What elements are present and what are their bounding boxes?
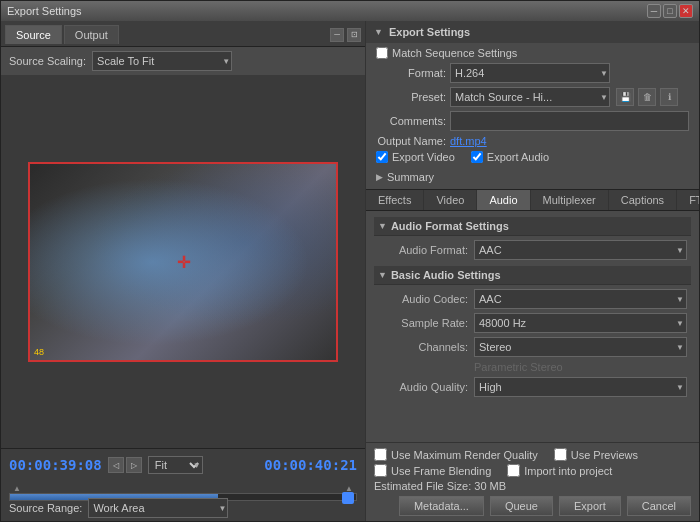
channels-select-wrapper: Stereo Mono ▼ xyxy=(474,337,687,357)
match-sequence-checkbox[interactable] xyxy=(376,47,388,59)
estimated-row: Estimated File Size: 30 MB xyxy=(374,480,691,492)
frame-blending-checkbox[interactable] xyxy=(374,464,387,477)
estimated-file-size-value: 30 MB xyxy=(474,480,506,492)
source-range-select-wrapper: Work Area Entire Sequence In to Out ▼ xyxy=(88,498,228,518)
mark-out-button[interactable]: ▷ xyxy=(126,457,142,473)
queue-button[interactable]: Queue xyxy=(490,496,553,516)
comments-row: Comments: xyxy=(376,111,689,131)
max-render-label: Use Maximum Render Quality xyxy=(391,449,538,461)
import-project-checkbox[interactable] xyxy=(507,464,520,477)
tab-output[interactable]: Output xyxy=(64,25,119,44)
channels-select[interactable]: Stereo Mono xyxy=(474,337,687,357)
bottom-options: Use Maximum Render Quality Use Previews … xyxy=(366,442,699,521)
tab-captions[interactable]: Captions xyxy=(609,190,677,210)
preset-info-icon[interactable]: ℹ xyxy=(660,88,678,106)
summary-expand-icon[interactable]: ▶ xyxy=(376,172,383,182)
preset-save-icon[interactable]: 💾 xyxy=(616,88,634,106)
content-area: Source Output ─ ⊡ Source Scaling: Scale … xyxy=(1,21,699,521)
export-settings-header: ▼ Export Settings xyxy=(366,21,699,43)
preset-row: Preset: Match Source - Hi... ▼ 💾 🗑 ℹ xyxy=(376,87,689,107)
fit-select[interactable]: Fit xyxy=(148,456,203,474)
tab-video[interactable]: Video xyxy=(424,190,477,210)
use-previews-checkbox[interactable] xyxy=(554,448,567,461)
timeline-controls: 00:00:39:08 ◁ ▷ Fit ▼ 00:00:40:21 xyxy=(1,448,365,521)
audio-codec-label: Audio Codec: xyxy=(378,293,468,305)
output-name-link[interactable]: dft.mp4 xyxy=(450,135,487,147)
export-settings-expand-icon[interactable]: ▼ xyxy=(374,27,383,37)
export-settings-label: Export Settings xyxy=(389,26,470,38)
audio-format-expand-icon[interactable]: ▼ xyxy=(378,221,387,231)
preview-corner-label: 48 xyxy=(34,347,44,357)
source-range-select[interactable]: Work Area Entire Sequence In to Out xyxy=(88,498,228,518)
basic-audio-header: ▼ Basic Audio Settings xyxy=(374,266,691,285)
export-settings-window: Export Settings ─ □ ✕ Source Output ─ ⊡ … xyxy=(0,0,700,522)
export-audio-label: Export Audio xyxy=(487,151,549,163)
mark-in-button[interactable]: ◁ xyxy=(108,457,124,473)
audio-codec-select[interactable]: AAC xyxy=(474,289,687,309)
audio-quality-label: Audio Quality: xyxy=(378,381,468,393)
right-panel: ▼ Export Settings Match Sequence Setting… xyxy=(366,21,699,521)
options-row-2: Use Frame Blending Import into project xyxy=(374,464,691,477)
tab-ftp[interactable]: FTP xyxy=(677,190,699,210)
audio-codec-row: Audio Codec: AAC ▼ xyxy=(374,289,691,309)
max-render-option: Use Maximum Render Quality xyxy=(374,448,538,461)
format-label: Format: xyxy=(376,67,446,79)
action-buttons: Metadata... Queue Export Cancel xyxy=(374,496,691,516)
export-video-row: Export Video xyxy=(376,151,455,163)
preset-delete-icon[interactable]: 🗑 xyxy=(638,88,656,106)
source-scaling-select[interactable]: Scale To Fit xyxy=(92,51,232,71)
ctrl-buttons: ◁ ▷ xyxy=(108,457,142,473)
export-button[interactable]: Export xyxy=(559,496,621,516)
close-button[interactable]: ✕ xyxy=(679,4,693,18)
max-render-checkbox[interactable] xyxy=(374,448,387,461)
audio-quality-row: Audio Quality: High Medium Low ▼ xyxy=(374,377,691,397)
audio-quality-select[interactable]: High Medium Low xyxy=(474,377,687,397)
tab-source[interactable]: Source xyxy=(5,25,62,44)
import-project-label: Import into project xyxy=(524,465,612,477)
sample-rate-select[interactable]: 48000 Hz 44100 Hz xyxy=(474,313,687,333)
estimated-file-size-label: Estimated File Size: xyxy=(374,480,471,492)
use-previews-label: Use Previews xyxy=(571,449,638,461)
frame-blending-option: Use Frame Blending xyxy=(374,464,491,477)
timecode-start: 00:00:39:08 xyxy=(9,457,102,473)
import-project-option: Import into project xyxy=(507,464,612,477)
audio-panel: ▼ Audio Format Settings Audio Format: AA… xyxy=(366,211,699,442)
maximize-button[interactable]: □ xyxy=(663,4,677,18)
metadata-button[interactable]: Metadata... xyxy=(399,496,484,516)
audio-format-row: Audio Format: AAC ▼ xyxy=(374,240,691,260)
export-audio-row: Export Audio xyxy=(471,151,549,163)
tab-effects[interactable]: Effects xyxy=(366,190,424,210)
preset-select[interactable]: Match Source - Hi... xyxy=(450,87,610,107)
preset-select-wrapper: Match Source - Hi... ▼ xyxy=(450,87,610,107)
fit-select-wrapper: Fit ▼ xyxy=(148,456,203,474)
parametric-stereo-row: Parametric Stereo xyxy=(374,361,691,373)
export-settings-body: Match Sequence Settings Format: H.264 ▼ … xyxy=(366,43,699,189)
left-panel: Source Output ─ ⊡ Source Scaling: Scale … xyxy=(1,21,366,521)
progress-thumb[interactable] xyxy=(342,492,354,504)
tab-audio[interactable]: Audio xyxy=(477,190,530,210)
comments-input[interactable] xyxy=(450,111,689,131)
frame-blending-label: Use Frame Blending xyxy=(391,465,491,477)
basic-audio-section: ▼ Basic Audio Settings Audio Codec: AAC … xyxy=(374,266,691,397)
comments-label: Comments: xyxy=(376,115,446,127)
basic-audio-expand-icon[interactable]: ▼ xyxy=(378,270,387,280)
match-sequence-label: Match Sequence Settings xyxy=(392,47,517,59)
export-audio-checkbox[interactable] xyxy=(471,151,483,163)
audio-quality-select-wrapper: High Medium Low ▼ xyxy=(474,377,687,397)
source-scaling-label: Source Scaling: xyxy=(9,55,86,67)
sample-rate-row: Sample Rate: 48000 Hz 44100 Hz ▼ xyxy=(374,313,691,333)
tab-ctrl-expand[interactable]: ⊡ xyxy=(347,28,361,42)
timeline-row1: 00:00:39:08 ◁ ▷ Fit ▼ 00:00:40:21 xyxy=(1,449,365,481)
export-video-checkbox[interactable] xyxy=(376,151,388,163)
window-title: Export Settings xyxy=(7,5,82,17)
audio-format-select[interactable]: AAC xyxy=(474,240,687,260)
tab-multiplexer[interactable]: Multiplexer xyxy=(531,190,609,210)
tab-ctrl-minus[interactable]: ─ xyxy=(330,28,344,42)
progress-bar-area: ▲ ▲ xyxy=(1,481,365,495)
format-select[interactable]: H.264 xyxy=(450,63,610,83)
tabs-row: Source Output ─ ⊡ xyxy=(1,21,365,47)
audio-format-select-wrapper: AAC ▼ xyxy=(474,240,687,260)
source-range-label: Source Range: xyxy=(9,502,82,514)
cancel-button[interactable]: Cancel xyxy=(627,496,691,516)
minimize-button[interactable]: ─ xyxy=(647,4,661,18)
